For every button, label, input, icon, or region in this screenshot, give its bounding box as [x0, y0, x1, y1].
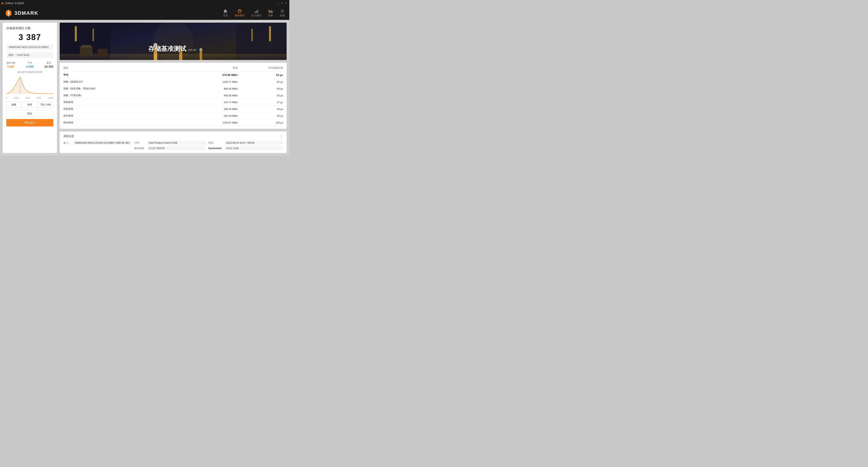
os-label: 操作界面: [134, 147, 144, 150]
panel-title: 存储基准测试 分数: [6, 26, 53, 30]
app-title: 3DMark 专业版本: [5, 2, 24, 5]
nav-item-home[interactable]: 主页: [223, 9, 228, 17]
nav-label-benchmark: 基准测试: [235, 14, 245, 17]
svg-rect-23: [75, 26, 77, 41]
app-icon: ▶: [2, 2, 4, 5]
header-bandwidth: 带宽: [193, 66, 238, 70]
table-row: 移动游戏 2244.87 MB/s 118 μs: [63, 119, 283, 126]
svg-rect-27: [80, 47, 92, 57]
xaxis-7500: 7500: [36, 97, 41, 99]
best-score-value: 10 353: [44, 65, 53, 68]
svg-point-41: [153, 23, 193, 60]
cell-access-time: 53 μs: [238, 94, 283, 97]
your-score-label: 您的分数: [6, 61, 16, 64]
avg-score-value: 2 055: [26, 65, 34, 68]
firmware-info: 固件： GXA7302Q: [6, 52, 53, 58]
avg-score-col: 平均 2 055: [26, 61, 34, 68]
titlebar-left: ▶ 3DMark 专业版本: [2, 2, 24, 5]
save-button[interactable]: 保存: [22, 101, 37, 108]
logo-icon: [4, 9, 13, 17]
cell-bandwidth: 299.45 MB/s: [193, 108, 238, 110]
table-row: 加载《守望先锋》 465.08 MB/s 53 μs: [63, 92, 283, 99]
cell-bandwidth: 1189.71 MB/s: [193, 81, 238, 83]
nav-item-results[interactable]: 结果: [268, 9, 273, 17]
cell-access-time: 118 μs: [238, 121, 283, 124]
svg-rect-4: [254, 12, 255, 13]
cell-access-time: 69 μs: [238, 87, 283, 90]
your-score-value: 3 387: [7, 65, 15, 68]
table-header: 测试 带宽 平均存取时间: [63, 65, 283, 72]
cpu-value: Intel Pentium Gold G7400: [147, 141, 206, 145]
cell-test-name: 移动游戏: [63, 121, 193, 124]
sysinfo-menu-icon[interactable]: ⋮: [279, 134, 283, 139]
svg-rect-28: [81, 45, 91, 48]
score-display: 3 387: [6, 33, 53, 42]
nav-items: 主页 基准测试 压力测试: [223, 9, 285, 17]
main-content: 存储基准测试 分数 3 387 SAMSUNG MZVL2512HCJQ-00B…: [0, 20, 289, 156]
nav-item-stress[interactable]: 压力测试: [251, 9, 261, 17]
cell-test-name: 加载《战地风云5》: [63, 80, 193, 84]
verify-button[interactable]: 验证: [6, 110, 53, 117]
xaxis-10000: 10000: [48, 97, 53, 99]
cell-access-time: 28 μs: [238, 115, 283, 117]
avg-score-label: 平均: [28, 61, 32, 64]
svg-point-38: [199, 48, 202, 51]
close-button[interactable]: ✕: [284, 2, 287, 5]
svg-rect-25: [269, 26, 271, 41]
firmware-label: 固件：: [8, 54, 16, 56]
logo-text: 3DMARK: [14, 10, 38, 16]
xaxis-2500: 2500: [14, 97, 19, 99]
results-table: 测试 带宽 平均存取时间 平均 579.96 MB/s 53 μs 加载《战地风…: [60, 63, 287, 129]
nav-label-options: 选项: [280, 14, 285, 17]
restore-button[interactable]: ❐: [280, 2, 283, 5]
nav-label-home: 主页: [223, 14, 228, 17]
sysinfo-info-label: SystemInfo: [209, 147, 222, 150]
your-score-col: 您的分数 3 387: [6, 61, 16, 68]
cell-test-name: 平均: [63, 73, 193, 77]
cpu-label: CPU: [134, 141, 144, 144]
export-xml-button[interactable]: 导出 XML: [39, 101, 53, 108]
action-buttons-row: 加载 保存 导出 XML: [6, 101, 53, 108]
load-button[interactable]: 加载: [6, 101, 21, 108]
navbar: 3DMARK 主页 基准测试 压力测试: [0, 6, 289, 20]
nav-item-benchmark[interactable]: 基准测试: [235, 9, 245, 17]
run-again-button[interactable]: 再次运行: [6, 119, 53, 126]
svg-rect-24: [92, 29, 94, 41]
svg-rect-37: [199, 51, 202, 60]
gear-icon: [280, 9, 285, 13]
table-row: 录制游戏 230.72 MB/s 37 μs: [63, 99, 283, 106]
nav-label-stress: 压力测试: [251, 14, 261, 17]
disk-value: SAMSUNG MZVL2512HCJQ-00B07 (488.38 GB): [73, 141, 131, 145]
nav-item-options[interactable]: 选项: [280, 9, 285, 17]
cell-access-time: 37 μs: [238, 101, 283, 104]
table-row: 保存游戏 262.29 MB/s 28 μs: [63, 113, 283, 119]
best-score-label: 最佳: [46, 61, 51, 64]
cell-bandwidth: 2244.87 MB/s: [193, 121, 238, 124]
svg-rect-26: [251, 29, 253, 41]
xaxis-5000: 5000: [25, 97, 30, 99]
svg-rect-11: [272, 11, 273, 13]
svg-rect-5: [256, 11, 256, 13]
cell-test-name: 安装游戏: [63, 107, 193, 111]
svg-marker-16: [6, 77, 53, 94]
hero-background: [60, 23, 287, 60]
cell-test-name: 加载《守望先锋》: [63, 94, 193, 97]
minimize-button[interactable]: —: [276, 2, 279, 5]
cell-access-time: 62 μs: [238, 81, 283, 83]
cell-access-time: 53 μs: [238, 74, 283, 77]
disk-label: 盘 1：: [63, 141, 70, 145]
cell-bandwidth: 465.08 MB/s: [193, 94, 238, 97]
cell-test-name: 录制游戏: [63, 100, 193, 104]
hero-title: 存储基准测试（V1.0）: [148, 45, 198, 53]
titlebar: ▶ 3DMark 专业版本 — ❐ ✕: [0, 0, 289, 6]
benchmark-hero: 存储基准测试（V1.0）: [60, 23, 287, 60]
score-comparison-row: 您的分数 3 387 平均 2 055 最佳 10 353: [6, 61, 53, 68]
device-name: SAMSUNG MZVL2512HCJQ-00B07: [6, 45, 53, 50]
hero-subtitle: （V1.0）: [186, 48, 198, 52]
table-row: 平均 579.96 MB/s 53 μs: [63, 72, 283, 79]
best-score-col: 最佳 10 353: [44, 61, 53, 68]
cell-bandwidth: 579.96 MB/s: [193, 74, 238, 77]
results-icon: [268, 9, 273, 13]
benchmark-icon: [237, 9, 242, 13]
stress-icon: [254, 9, 258, 13]
